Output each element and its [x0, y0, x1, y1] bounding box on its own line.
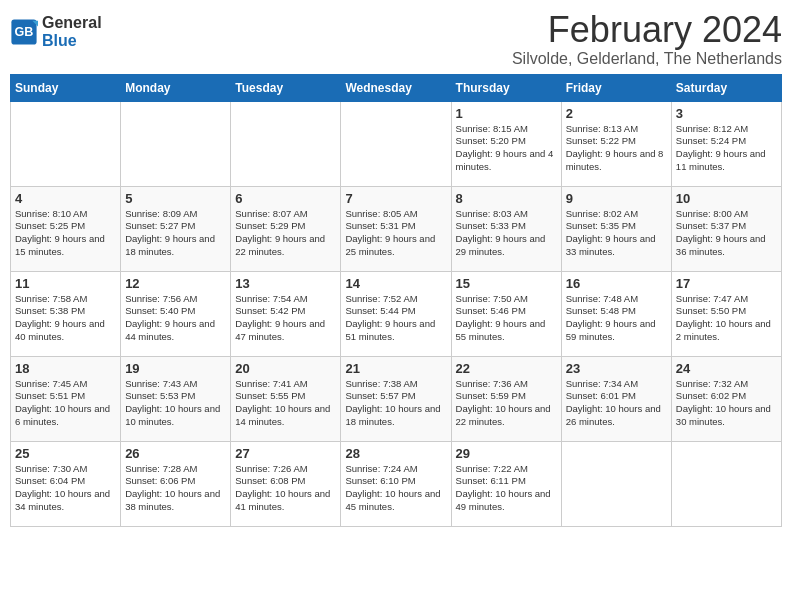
cell-daylight-info: Sunrise: 7:41 AM Sunset: 5:55 PM Dayligh… — [235, 378, 336, 429]
calendar-cell: 22Sunrise: 7:36 AM Sunset: 5:59 PM Dayli… — [451, 356, 561, 441]
cell-daylight-info: Sunrise: 8:02 AM Sunset: 5:35 PM Dayligh… — [566, 208, 667, 259]
calendar-cell — [121, 101, 231, 186]
calendar-cell: 21Sunrise: 7:38 AM Sunset: 5:57 PM Dayli… — [341, 356, 451, 441]
day-number: 29 — [456, 446, 557, 461]
calendar-cell: 27Sunrise: 7:26 AM Sunset: 6:08 PM Dayli… — [231, 441, 341, 526]
calendar-cell: 6Sunrise: 8:07 AM Sunset: 5:29 PM Daylig… — [231, 186, 341, 271]
calendar-cell: 12Sunrise: 7:56 AM Sunset: 5:40 PM Dayli… — [121, 271, 231, 356]
day-number: 2 — [566, 106, 667, 121]
day-number: 6 — [235, 191, 336, 206]
day-number: 17 — [676, 276, 777, 291]
cell-daylight-info: Sunrise: 8:15 AM Sunset: 5:20 PM Dayligh… — [456, 123, 557, 174]
day-number: 10 — [676, 191, 777, 206]
header: GB General Blue February 2024 Silvolde, … — [10, 10, 782, 68]
calendar-cell: 2Sunrise: 8:13 AM Sunset: 5:22 PM Daylig… — [561, 101, 671, 186]
cell-daylight-info: Sunrise: 7:38 AM Sunset: 5:57 PM Dayligh… — [345, 378, 446, 429]
calendar-cell: 13Sunrise: 7:54 AM Sunset: 5:42 PM Dayli… — [231, 271, 341, 356]
day-header-friday: Friday — [561, 74, 671, 101]
cell-daylight-info: Sunrise: 7:45 AM Sunset: 5:51 PM Dayligh… — [15, 378, 116, 429]
day-number: 9 — [566, 191, 667, 206]
day-number: 13 — [235, 276, 336, 291]
cell-daylight-info: Sunrise: 7:48 AM Sunset: 5:48 PM Dayligh… — [566, 293, 667, 344]
cell-daylight-info: Sunrise: 8:00 AM Sunset: 5:37 PM Dayligh… — [676, 208, 777, 259]
day-number: 11 — [15, 276, 116, 291]
day-number: 27 — [235, 446, 336, 461]
logo-blue: Blue — [42, 32, 77, 49]
calendar-header-row: SundayMondayTuesdayWednesdayThursdayFrid… — [11, 74, 782, 101]
svg-text:GB: GB — [15, 25, 34, 39]
calendar-cell: 19Sunrise: 7:43 AM Sunset: 5:53 PM Dayli… — [121, 356, 231, 441]
cell-daylight-info: Sunrise: 7:32 AM Sunset: 6:02 PM Dayligh… — [676, 378, 777, 429]
cell-daylight-info: Sunrise: 7:50 AM Sunset: 5:46 PM Dayligh… — [456, 293, 557, 344]
calendar-cell — [11, 101, 121, 186]
calendar-cell: 25Sunrise: 7:30 AM Sunset: 6:04 PM Dayli… — [11, 441, 121, 526]
cell-daylight-info: Sunrise: 7:36 AM Sunset: 5:59 PM Dayligh… — [456, 378, 557, 429]
day-header-tuesday: Tuesday — [231, 74, 341, 101]
day-number: 7 — [345, 191, 446, 206]
calendar-cell: 28Sunrise: 7:24 AM Sunset: 6:10 PM Dayli… — [341, 441, 451, 526]
week-row-2: 11Sunrise: 7:58 AM Sunset: 5:38 PM Dayli… — [11, 271, 782, 356]
calendar-cell: 1Sunrise: 8:15 AM Sunset: 5:20 PM Daylig… — [451, 101, 561, 186]
cell-daylight-info: Sunrise: 8:03 AM Sunset: 5:33 PM Dayligh… — [456, 208, 557, 259]
day-header-wednesday: Wednesday — [341, 74, 451, 101]
logo-general: General — [42, 14, 102, 31]
page-title: February 2024 — [512, 10, 782, 50]
day-number: 16 — [566, 276, 667, 291]
cell-daylight-info: Sunrise: 7:22 AM Sunset: 6:11 PM Dayligh… — [456, 463, 557, 514]
day-number: 25 — [15, 446, 116, 461]
day-header-monday: Monday — [121, 74, 231, 101]
day-number: 12 — [125, 276, 226, 291]
cell-daylight-info: Sunrise: 8:13 AM Sunset: 5:22 PM Dayligh… — [566, 123, 667, 174]
logo-icon: GB — [10, 18, 38, 46]
day-number: 23 — [566, 361, 667, 376]
calendar-cell: 11Sunrise: 7:58 AM Sunset: 5:38 PM Dayli… — [11, 271, 121, 356]
calendar-cell — [671, 441, 781, 526]
cell-daylight-info: Sunrise: 7:47 AM Sunset: 5:50 PM Dayligh… — [676, 293, 777, 344]
cell-daylight-info: Sunrise: 7:26 AM Sunset: 6:08 PM Dayligh… — [235, 463, 336, 514]
cell-daylight-info: Sunrise: 8:07 AM Sunset: 5:29 PM Dayligh… — [235, 208, 336, 259]
calendar-cell: 29Sunrise: 7:22 AM Sunset: 6:11 PM Dayli… — [451, 441, 561, 526]
day-number: 15 — [456, 276, 557, 291]
week-row-4: 25Sunrise: 7:30 AM Sunset: 6:04 PM Dayli… — [11, 441, 782, 526]
cell-daylight-info: Sunrise: 7:58 AM Sunset: 5:38 PM Dayligh… — [15, 293, 116, 344]
calendar-cell: 17Sunrise: 7:47 AM Sunset: 5:50 PM Dayli… — [671, 271, 781, 356]
calendar-cell: 8Sunrise: 8:03 AM Sunset: 5:33 PM Daylig… — [451, 186, 561, 271]
calendar-cell: 9Sunrise: 8:02 AM Sunset: 5:35 PM Daylig… — [561, 186, 671, 271]
cell-daylight-info: Sunrise: 7:54 AM Sunset: 5:42 PM Dayligh… — [235, 293, 336, 344]
calendar-cell: 23Sunrise: 7:34 AM Sunset: 6:01 PM Dayli… — [561, 356, 671, 441]
day-number: 8 — [456, 191, 557, 206]
calendar-table: SundayMondayTuesdayWednesdayThursdayFrid… — [10, 74, 782, 527]
title-block: February 2024 Silvolde, Gelderland, The … — [512, 10, 782, 68]
calendar-cell: 4Sunrise: 8:10 AM Sunset: 5:25 PM Daylig… — [11, 186, 121, 271]
calendar-cell: 18Sunrise: 7:45 AM Sunset: 5:51 PM Dayli… — [11, 356, 121, 441]
calendar-cell: 5Sunrise: 8:09 AM Sunset: 5:27 PM Daylig… — [121, 186, 231, 271]
cell-daylight-info: Sunrise: 8:09 AM Sunset: 5:27 PM Dayligh… — [125, 208, 226, 259]
cell-daylight-info: Sunrise: 7:52 AM Sunset: 5:44 PM Dayligh… — [345, 293, 446, 344]
cell-daylight-info: Sunrise: 7:28 AM Sunset: 6:06 PM Dayligh… — [125, 463, 226, 514]
day-number: 3 — [676, 106, 777, 121]
calendar-cell: 10Sunrise: 8:00 AM Sunset: 5:37 PM Dayli… — [671, 186, 781, 271]
cell-daylight-info: Sunrise: 7:56 AM Sunset: 5:40 PM Dayligh… — [125, 293, 226, 344]
calendar-cell: 14Sunrise: 7:52 AM Sunset: 5:44 PM Dayli… — [341, 271, 451, 356]
cell-daylight-info: Sunrise: 7:43 AM Sunset: 5:53 PM Dayligh… — [125, 378, 226, 429]
day-number: 28 — [345, 446, 446, 461]
logo: GB General Blue — [10, 14, 102, 49]
day-number: 21 — [345, 361, 446, 376]
day-header-sunday: Sunday — [11, 74, 121, 101]
week-row-0: 1Sunrise: 8:15 AM Sunset: 5:20 PM Daylig… — [11, 101, 782, 186]
day-number: 20 — [235, 361, 336, 376]
cell-daylight-info: Sunrise: 7:34 AM Sunset: 6:01 PM Dayligh… — [566, 378, 667, 429]
day-number: 4 — [15, 191, 116, 206]
week-row-1: 4Sunrise: 8:10 AM Sunset: 5:25 PM Daylig… — [11, 186, 782, 271]
week-row-3: 18Sunrise: 7:45 AM Sunset: 5:51 PM Dayli… — [11, 356, 782, 441]
cell-daylight-info: Sunrise: 8:10 AM Sunset: 5:25 PM Dayligh… — [15, 208, 116, 259]
day-number: 14 — [345, 276, 446, 291]
day-number: 22 — [456, 361, 557, 376]
cell-daylight-info: Sunrise: 7:24 AM Sunset: 6:10 PM Dayligh… — [345, 463, 446, 514]
day-number: 24 — [676, 361, 777, 376]
cell-daylight-info: Sunrise: 8:12 AM Sunset: 5:24 PM Dayligh… — [676, 123, 777, 174]
calendar-cell: 26Sunrise: 7:28 AM Sunset: 6:06 PM Dayli… — [121, 441, 231, 526]
calendar-cell: 24Sunrise: 7:32 AM Sunset: 6:02 PM Dayli… — [671, 356, 781, 441]
day-header-thursday: Thursday — [451, 74, 561, 101]
page-subtitle: Silvolde, Gelderland, The Netherlands — [512, 50, 782, 68]
